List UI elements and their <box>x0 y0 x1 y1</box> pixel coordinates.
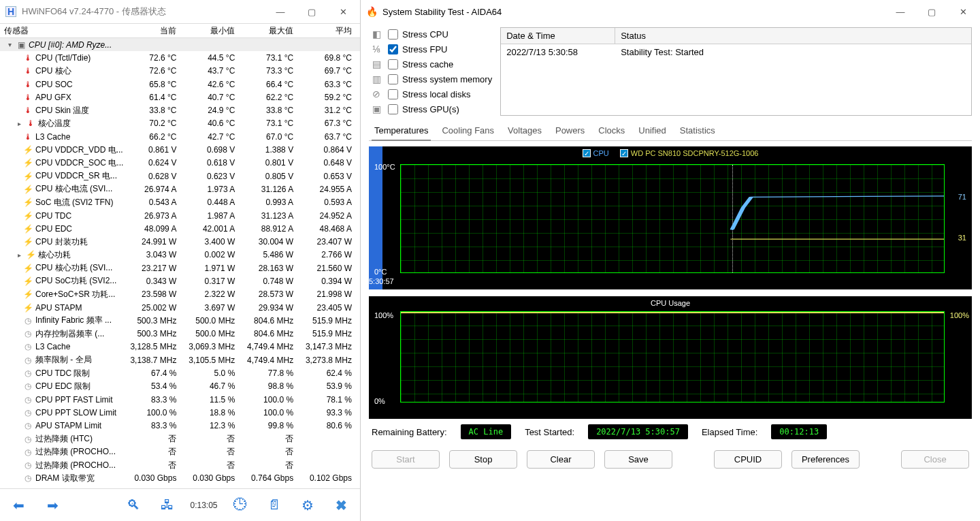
stress-label: Stress FPU <box>402 44 447 54</box>
sensor-row[interactable]: ⚡Core+SoC+SR 功耗...23.598 W2.322 W28.573 … <box>0 288 360 301</box>
stress-checkbox[interactable] <box>388 104 398 114</box>
legend-checkbox-icon[interactable]: ✓ <box>583 149 591 157</box>
clear-button[interactable]: Clear <box>527 450 595 469</box>
tab-powers[interactable]: Powers <box>553 121 587 140</box>
clock-icon: ◷ <box>23 421 33 430</box>
cpuid-button[interactable]: CPUID <box>714 450 782 469</box>
col-sensor[interactable]: 传感器 <box>0 25 127 37</box>
back-icon[interactable]: ⬅︎ <box>5 493 32 518</box>
stress-type-icon: ⅛ <box>369 44 384 54</box>
status-col-status[interactable]: Status <box>615 28 971 44</box>
stress-checkbox[interactable] <box>388 59 398 69</box>
sensor-value: 500.0 MHz <box>184 316 243 326</box>
sensor-row[interactable]: ⚡CPU EDC48.099 A42.001 A88.912 A48.468 A <box>0 222 360 235</box>
tab-cooling-fans[interactable]: Cooling Fans <box>439 121 497 140</box>
clock-icon[interactable]: 🕒︎ <box>227 493 254 518</box>
status-col-datetime[interactable]: Date & Time <box>501 28 615 44</box>
settings-icon[interactable]: ⚙︎ <box>294 493 321 518</box>
sensor-value: 42.6 °C <box>184 80 243 89</box>
col-current[interactable]: 当前 <box>127 25 185 37</box>
temp-icon: 🌡 <box>23 93 33 102</box>
usage-value: 100% <box>950 311 969 319</box>
hwinfo-close-button[interactable]: ✕ <box>327 1 359 22</box>
col-avg[interactable]: 平均 <box>301 25 360 37</box>
sensor-row[interactable]: ▸🌡核心温度70.2 °C40.6 °C73.1 °C67.3 °C <box>0 117 360 130</box>
hwinfo-minimize-button[interactable]: ― <box>265 1 296 22</box>
sensor-value: 0.394 W <box>301 277 360 286</box>
sensor-row[interactable]: ◷内存控制器频率 (...500.3 MHz500.0 MHz804.6 MHz… <box>0 328 360 341</box>
expand-icon[interactable]: ▸ <box>15 120 23 127</box>
preferences-button[interactable]: Preferences <box>791 450 860 469</box>
legend-item[interactable]: ✓CPU <box>583 149 609 157</box>
tab-temperatures[interactable]: Temperatures <box>372 121 431 141</box>
tab-clocks[interactable]: Clocks <box>595 121 627 140</box>
sensor-row[interactable]: 🌡CPU Skin 温度33.8 °C24.9 °C33.8 °C31.2 °C <box>0 104 360 116</box>
sensor-row[interactable]: ◷Infinity Fabric 频率 ...500.3 MHz500.0 MH… <box>0 314 360 327</box>
legend-checkbox-icon[interactable]: ✓ <box>620 149 628 157</box>
hwinfo-toolbar: ⬅︎ ➡︎ 🔍︎ 🖧 0:13:05 🕒︎ 📄︎ ⚙︎ ✖ <box>0 488 360 521</box>
sensor-row[interactable]: ⚡CPU VDDCR_SOC 电...0.624 V0.618 V0.801 V… <box>0 157 360 170</box>
hwinfo-titlebar[interactable]: H HWiNFO64 v7.24-4770 - 传感器状态 ― ▢ ✕ <box>0 0 360 23</box>
sensor-row[interactable]: ⚡CPU VDDCR_SR 电...0.628 V0.623 V0.805 V0… <box>0 170 360 183</box>
tab-unified[interactable]: Unified <box>636 121 668 140</box>
sensor-row[interactable]: ◷CPU PPT FAST Limit83.3 %11.5 %100.0 %78… <box>0 393 360 406</box>
sensor-row[interactable]: 🌡CPU (Tctl/Tdie)72.6 °C44.5 °C73.1 °C69.… <box>0 51 360 64</box>
sensor-row[interactable]: ▾▣CPU [#0]: AMD Ryze... <box>0 38 360 51</box>
aida-title: System Stability Test - AIDA64 <box>382 7 885 17</box>
expand-icon[interactable]: ▸ <box>15 251 23 259</box>
forward-icon[interactable]: ➡︎ <box>39 493 65 518</box>
hwinfo-grid[interactable]: ▾▣CPU [#0]: AMD Ryze...🌡CPU (Tctl/Tdie)7… <box>0 38 360 488</box>
network-icon[interactable]: 🖧 <box>154 493 180 518</box>
sensor-row[interactable]: ◷过热降频 (HTC)否否否 <box>0 432 360 445</box>
sensor-row[interactable]: ⚡CPU 核心功耗 (SVI...23.217 W1.971 W28.163 W… <box>0 262 360 274</box>
report-icon[interactable]: 📄︎ <box>261 493 287 518</box>
hwinfo-column-headers: 传感器 当前 最小值 最大值 平均 <box>0 23 360 38</box>
stress-checkbox[interactable] <box>388 89 398 99</box>
temperature-chart: ✓CPU✓WD PC SN810 SDCPNRY-512G-1006 100°C… <box>369 146 972 289</box>
tab-statistics[interactable]: Statistics <box>677 121 718 140</box>
tab-voltages[interactable]: Voltages <box>505 121 544 140</box>
sensor-row[interactable]: ⚡CPU 核心电流 (SVI...26.974 A1.973 A31.126 A… <box>0 183 360 195</box>
sensor-row[interactable]: ◷APU STAPM Limit83.3 %12.3 %99.8 %80.6 % <box>0 420 360 432</box>
stop-button[interactable]: Stop <box>449 450 517 469</box>
sensor-row[interactable]: 🌡L3 Cache66.2 °C42.7 °C67.0 °C63.7 °C <box>0 130 360 143</box>
sensor-value: 3,105.5 MHz <box>184 356 243 365</box>
expand-icon[interactable]: ▾ <box>5 41 14 48</box>
sensor-row[interactable]: ◷CPU PPT SLOW Limit100.0 %18.8 %100.0 %9… <box>0 406 360 419</box>
stress-checkbox[interactable] <box>388 29 398 40</box>
sensor-row[interactable]: 🌡CPU SOC65.8 °C42.6 °C66.4 °C63.3 °C <box>0 78 360 91</box>
sensor-row[interactable]: ▸⚡核心功耗3.043 W0.002 W5.486 W2.766 W <box>0 249 360 262</box>
delete-icon[interactable]: ✖ <box>328 493 355 518</box>
sensor-row[interactable]: ◷过热降频 (PROCHO...否否否 <box>0 445 360 458</box>
col-min[interactable]: 最小值 <box>184 25 243 37</box>
stress-checkbox[interactable] <box>388 44 398 54</box>
sensor-row[interactable]: 🌡APU GFX61.4 °C40.7 °C62.2 °C59.2 °C <box>0 91 360 104</box>
aida-minimize-button[interactable]: ― <box>885 1 916 22</box>
sensor-row[interactable]: ⚡CPU 封装功耗24.991 W3.400 W30.004 W23.407 W <box>0 235 360 248</box>
sensor-row[interactable]: ⚡CPU VDDCR_VDD 电...0.861 V0.698 V1.388 V… <box>0 143 360 156</box>
sensor-row[interactable]: ⚡CPU TDC26.973 A1.987 A31.123 A24.952 A <box>0 209 360 222</box>
sensor-row[interactable]: ◷CPU EDC 限制53.4 %46.7 %98.8 %53.9 % <box>0 380 360 393</box>
aida-maximize-button[interactable]: ▢ <box>916 1 947 22</box>
sensor-row[interactable]: ◷频率限制 - 全局3,138.7 MHz3,105.5 MHz4,749.4 … <box>0 353 360 366</box>
save-button[interactable]: Save <box>604 450 672 469</box>
sensor-row[interactable]: 🌡CPU 核心72.6 °C43.7 °C73.3 °C69.7 °C <box>0 65 360 78</box>
sensor-row[interactable]: ⚡CPU SoC功耗 (SVI2...0.343 W0.317 W0.748 W… <box>0 274 360 287</box>
legend-item[interactable]: ✓WD PC SN810 SDCPNRY-512G-1006 <box>620 149 759 157</box>
sensor-label: 过热降频 (PROCHO... <box>35 446 116 458</box>
col-max[interactable]: 最大值 <box>243 25 301 37</box>
sensor-row[interactable]: ◷L3 Cache3,128.5 MHz3,069.3 MHz4,749.4 M… <box>0 341 360 353</box>
sensor-row[interactable]: ◷DRAM 读取带宽0.030 Gbps0.030 Gbps0.764 Gbps… <box>0 472 360 485</box>
aida-close-button[interactable]: ✕ <box>947 1 979 22</box>
sensor-row[interactable]: ◷CPU TDC 限制67.4 %5.0 %77.8 %62.4 % <box>0 366 360 379</box>
stress-checkbox[interactable] <box>388 74 398 84</box>
hwinfo-maximize-button[interactable]: ▢ <box>296 1 327 22</box>
aida-titlebar[interactable]: 🔥 System Stability Test - AIDA64 ― ▢ ✕ <box>361 0 980 23</box>
sensor-label: CPU EDC <box>35 224 72 234</box>
zoom-icon[interactable]: 🔍︎ <box>120 493 147 518</box>
sensor-value: 80.6 % <box>301 421 360 430</box>
sensor-row[interactable]: ⚡SoC 电流 (SVI2 TFN)0.543 A0.448 A0.993 A0… <box>0 196 360 209</box>
sensor-row[interactable]: ◷过热降频 (PROCHO...否否否 <box>0 459 360 472</box>
sensor-row[interactable]: ⚡APU STAPM25.002 W3.697 W29.934 W23.405 … <box>0 301 360 314</box>
usage-y-bot: 0% <box>374 397 385 405</box>
